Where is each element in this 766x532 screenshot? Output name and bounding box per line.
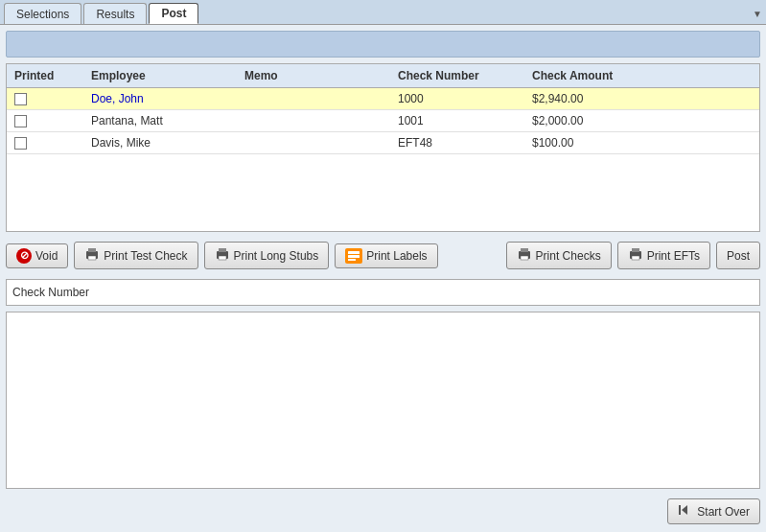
- print-efts-button[interactable]: Print EFTs: [617, 242, 710, 269]
- col-check-amount: Check Amount: [528, 67, 662, 84]
- header-band: [6, 31, 760, 58]
- svg-rect-14: [632, 256, 639, 260]
- labels-icon: [345, 248, 362, 264]
- tab-post[interactable]: Post: [149, 3, 198, 24]
- memo-1: [241, 97, 394, 101]
- col-printed: Printed: [11, 67, 87, 84]
- memo-2: [241, 119, 394, 123]
- print-test-check-label: Print Test Check: [104, 249, 187, 263]
- svg-rect-10: [521, 248, 528, 252]
- button-bar: ⊘ Void Print Test Check Print Lo: [6, 238, 760, 273]
- checkbox[interactable]: [14, 93, 27, 105]
- svg-rect-4: [219, 248, 226, 252]
- print-long-stubs-label: Print Long Stubs: [234, 249, 319, 263]
- tab-selections[interactable]: Selections: [4, 3, 81, 24]
- svg-rect-13: [632, 248, 639, 252]
- table-row: Davis, Mike EFT48 $100.00: [7, 132, 759, 154]
- check-amount-2: $2,000.00: [528, 112, 662, 129]
- svg-rect-8: [348, 259, 356, 261]
- post-label: Post: [727, 249, 750, 263]
- printed-checkbox-1[interactable]: [11, 91, 87, 107]
- tab-results[interactable]: Results: [83, 3, 147, 24]
- void-label: Void: [35, 249, 58, 263]
- dropdown-arrow[interactable]: ▼: [753, 9, 766, 19]
- status-bar: Check Number: [6, 279, 760, 306]
- col-memo: Memo: [241, 67, 394, 84]
- svg-rect-1: [88, 248, 96, 252]
- printer-icon-2: [215, 246, 230, 265]
- tab-bar: Selections Results Post ▼: [0, 0, 766, 25]
- svg-marker-15: [682, 505, 687, 515]
- svg-rect-11: [521, 256, 528, 260]
- print-long-stubs-button[interactable]: Print Long Stubs: [204, 242, 330, 269]
- start-over-icon: [678, 503, 693, 520]
- print-checks-button[interactable]: Print Checks: [506, 242, 612, 269]
- right-button-group: Print Checks Print EFTs Post: [506, 242, 760, 269]
- void-icon: ⊘: [16, 248, 32, 264]
- printed-checkbox-2[interactable]: [11, 113, 87, 129]
- printer-icon: [84, 246, 100, 265]
- bottom-area: [6, 312, 760, 489]
- start-over-label: Start Over: [697, 505, 750, 519]
- check-number-1: 1000: [394, 90, 528, 107]
- employee-name-2: Pantana, Matt: [87, 112, 241, 129]
- main-area: Printed Employee Memo Check Number Check…: [0, 25, 766, 532]
- svg-rect-16: [679, 505, 681, 515]
- print-test-check-button[interactable]: Print Test Check: [74, 242, 197, 269]
- check-amount-1: $2,940.00: [528, 90, 662, 107]
- table-row: Pantana, Matt 1001 $2,000.00: [7, 110, 759, 132]
- void-button[interactable]: ⊘ Void: [6, 243, 68, 268]
- printed-checkbox-3[interactable]: [11, 135, 87, 151]
- col-check-number: Check Number: [394, 67, 528, 84]
- employee-name-3: Davis, Mike: [87, 134, 241, 151]
- print-checks-label: Print Checks: [536, 249, 601, 263]
- table-row: Doe, John 1000 $2,940.00: [7, 88, 759, 110]
- post-button[interactable]: Post: [716, 242, 760, 269]
- check-amount-3: $100.00: [528, 134, 662, 151]
- svg-rect-7: [348, 255, 360, 258]
- checkbox[interactable]: [14, 115, 27, 127]
- start-over-button[interactable]: Start Over: [667, 498, 760, 524]
- svg-rect-5: [219, 256, 226, 260]
- check-number-2: 1001: [394, 112, 528, 129]
- printer-icon-4: [628, 246, 643, 265]
- checkbox[interactable]: [14, 137, 27, 150]
- svg-rect-2: [88, 256, 96, 260]
- printer-icon-3: [517, 246, 532, 265]
- footer: Start Over: [6, 495, 760, 526]
- employee-table: Printed Employee Memo Check Number Check…: [6, 63, 760, 232]
- print-labels-label: Print Labels: [366, 249, 427, 263]
- table-header: Printed Employee Memo Check Number Check…: [7, 64, 759, 88]
- svg-rect-6: [348, 251, 360, 254]
- print-labels-button[interactable]: Print Labels: [335, 243, 437, 268]
- col-employee: Employee: [87, 67, 241, 84]
- print-efts-label: Print EFTs: [647, 249, 700, 263]
- check-number-3: EFT48: [394, 134, 528, 151]
- employee-name-1: Doe, John: [87, 90, 241, 107]
- status-text: Check Number: [12, 286, 89, 299]
- memo-3: [241, 141, 394, 145]
